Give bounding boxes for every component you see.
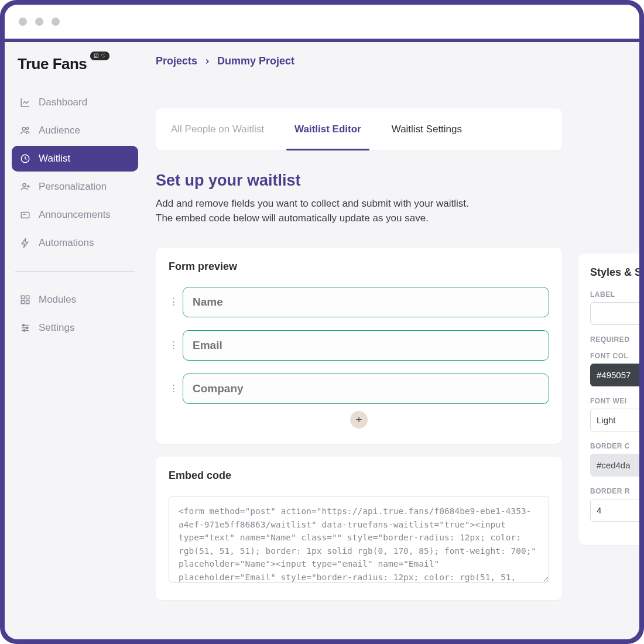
breadcrumb: Projects Dummy Project: [156, 55, 639, 108]
chevron-right-icon: [203, 57, 211, 66]
sidebar-item-label: Waitlist: [39, 153, 70, 165]
svg-rect-8: [26, 301, 29, 304]
style-label-label: Label: [590, 290, 639, 299]
logo-text: True Fans: [18, 55, 87, 73]
tab-label: All People on Waitlist: [171, 124, 264, 135]
style-font-weight-input[interactable]: [590, 409, 639, 431]
sidebar-item-audience[interactable]: Audience: [12, 118, 138, 143]
traffic-light-close[interactable]: [19, 18, 27, 26]
tab-label: Waitlist Editor: [294, 124, 361, 135]
sidebar-item-label: Personalization: [39, 181, 107, 193]
plus-icon: +: [355, 413, 362, 426]
sidebar-item-personalization[interactable]: Personalization: [12, 174, 138, 200]
embed-code-card: Embed code: [156, 457, 562, 600]
main-content: Projects Dummy Project All People on Wai…: [145, 42, 639, 639]
sidebar-item-announcements[interactable]: Announcements: [12, 202, 138, 228]
check-icon: ☑: [94, 53, 99, 59]
svg-point-9: [23, 324, 25, 326]
sidebar-item-label: Audience: [39, 125, 80, 136]
sidebar-item-label: Automations: [39, 237, 94, 249]
drag-handle-icon[interactable]: ⋮⋮: [169, 300, 177, 304]
styles-panel: Styles & S Label Required Font Col Font …: [578, 254, 639, 545]
form-preview-card: Form preview ⋮⋮ ⋮⋮ ⋮⋮: [156, 248, 562, 444]
style-border-radius-label: Border R: [590, 487, 639, 495]
style-border-color-label: Border C: [590, 442, 639, 450]
sidebar-item-dashboard[interactable]: Dashboard: [12, 90, 138, 115]
logo: True Fans ☑♡: [12, 55, 138, 90]
clock-icon: [20, 153, 30, 164]
svg-point-10: [26, 327, 28, 329]
style-font-color-label: Font Col: [590, 352, 639, 360]
svg-point-3: [23, 183, 26, 186]
traffic-light-minimize[interactable]: [35, 18, 43, 26]
sidebar-item-waitlist[interactable]: Waitlist: [12, 146, 138, 172]
grid-icon: [20, 294, 30, 305]
style-font-color-input[interactable]: [590, 364, 639, 386]
heart-icon: ♡: [101, 53, 106, 59]
breadcrumb-current[interactable]: Dummy Project: [217, 55, 294, 67]
sidebar-item-label: Modules: [39, 294, 76, 306]
svg-point-1: [26, 127, 29, 129]
tab-all-people[interactable]: All People on Waitlist: [156, 108, 279, 150]
embed-code-textarea[interactable]: [169, 496, 549, 583]
tab-label: Waitlist Settings: [392, 124, 462, 135]
sidebar-item-label: Announcements: [39, 209, 111, 221]
svg-rect-4: [21, 213, 29, 218]
tab-waitlist-editor[interactable]: Waitlist Editor: [279, 108, 376, 150]
form-field-company[interactable]: [183, 374, 549, 404]
section-description: Add and remove fields you want to collec…: [156, 197, 562, 225]
primary-nav: Dashboard Audience Waitlist: [12, 90, 138, 341]
megaphone-icon: [20, 210, 30, 220]
nav-divider: [15, 271, 135, 272]
form-field-row: ⋮⋮: [169, 330, 549, 361]
styles-panel-title: Styles & S: [590, 266, 639, 279]
style-font-weight-label: Font Wei: [590, 397, 639, 405]
style-border-color-input[interactable]: [590, 454, 639, 477]
sidebar-item-label: Dashboard: [39, 97, 87, 108]
window-titlebar: [5, 5, 639, 42]
chart-line-icon: [20, 97, 30, 108]
logo-badge: ☑♡: [90, 52, 109, 60]
card-title: Embed code: [169, 470, 549, 482]
breadcrumb-root[interactable]: Projects: [156, 55, 197, 67]
form-field-name[interactable]: [183, 287, 549, 317]
sliders-icon: [20, 323, 30, 333]
section-title: Set up your waitlist: [156, 172, 562, 190]
style-required-label: Required: [590, 335, 639, 344]
sidebar-item-settings[interactable]: Settings: [12, 315, 138, 341]
svg-rect-6: [26, 296, 29, 299]
sidebar-item-modules[interactable]: Modules: [12, 287, 138, 313]
sidebar: True Fans ☑♡ Dashboard: [5, 42, 145, 639]
sidebar-item-automations[interactable]: Automations: [12, 230, 138, 256]
traffic-light-zoom[interactable]: [52, 18, 60, 26]
bolt-icon: [20, 238, 30, 248]
sidebar-item-label: Settings: [39, 322, 74, 334]
form-field-row: ⋮⋮: [169, 287, 549, 317]
add-field-button[interactable]: +: [350, 411, 368, 429]
svg-point-11: [23, 330, 25, 331]
svg-point-0: [22, 127, 25, 130]
style-label-input[interactable]: [590, 302, 639, 325]
users-icon: [20, 125, 30, 136]
form-field-row: ⋮⋮: [169, 374, 549, 404]
form-field-email[interactable]: [183, 330, 549, 361]
drag-handle-icon[interactable]: ⋮⋮: [169, 386, 177, 391]
user-plus-icon: [20, 181, 30, 192]
svg-rect-5: [21, 296, 24, 299]
card-title: Form preview: [169, 261, 549, 273]
tabs: All People on Waitlist Waitlist Editor W…: [156, 108, 562, 150]
svg-rect-7: [21, 301, 24, 304]
style-border-radius-input[interactable]: [590, 499, 639, 522]
drag-handle-icon[interactable]: ⋮⋮: [169, 343, 177, 348]
tab-waitlist-settings[interactable]: Waitlist Settings: [376, 108, 477, 150]
